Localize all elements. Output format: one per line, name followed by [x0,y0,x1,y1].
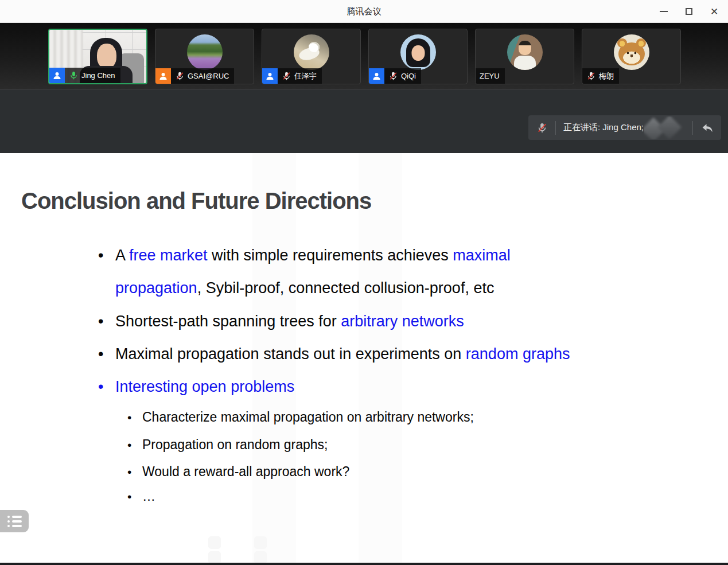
bullet-dot: • [127,411,142,424]
participant-list-toggle-button[interactable] [0,510,29,532]
tencent-meeting-window: 腾讯会议 ✕ [0,0,728,565]
participant-name: GSAI@RUC [188,72,229,80]
bullet-dot: • [98,378,115,396]
window-title: 腾讯会议 [0,0,728,23]
divider [692,121,693,135]
minimize-button[interactable] [651,0,676,23]
bullet-line: •Maximal propagation stands out in exper… [98,345,570,363]
speaking-status-pill: 正在讲话: Jing Chen; [528,115,721,140]
mic-on-icon [69,71,79,80]
bullet-dot: • [98,247,115,264]
person-badge-icon [49,68,65,83]
mic-muted-icon[interactable] [536,122,548,134]
participant-tile-zeyu[interactable]: ZEYU [475,29,574,84]
tile-label-row: 任泽宇 [262,68,322,84]
tile-label-row: ZEYU [476,68,505,84]
bullet-text-highlight: propagation [115,279,197,297]
stage-background: 正在讲话: Jing Chen; [0,89,728,153]
mic-muted-icon [282,71,291,81]
tile-label-row: QiQi [369,68,421,84]
participant-tile-gsai-ruc[interactable]: GSAI@RUC [155,29,254,84]
blurred-watermark [644,116,685,139]
bullet-line: •Shortest-path spanning trees for arbitr… [98,313,464,330]
bottom-edge-bar [0,563,728,565]
sub-bullet-text: Propagation on random graphs; [142,437,328,452]
participant-name: 任泽宇 [294,71,317,81]
faint-watermark-chip [254,551,267,563]
bullet-dot: • [127,438,142,452]
reply-arrow-icon[interactable] [700,121,714,135]
bullet-text-highlight: random graphs [466,345,570,363]
maximize-icon [686,8,692,15]
list-icon [7,516,22,527]
avatar [187,34,223,70]
mic-muted-icon [586,71,596,81]
participant-tile-meilang[interactable]: 梅朗 [582,29,681,84]
bullet-dot: • [127,490,142,504]
bullet-text: Shortest-path spanning trees for [115,313,341,330]
slide-title: Conclusion and Future Directions [21,188,371,214]
participant-name: 梅朗 [599,71,614,81]
bullet-text: , Sybil-proof, connected collusion-proof… [197,279,495,297]
participant-tile-jing-chen[interactable]: Jing Chen [48,29,147,84]
window-controls: ✕ [651,0,727,23]
bullet-text: with simple requirements achieves [208,247,453,264]
video-person-face [97,44,116,69]
faint-watermark-chip [254,536,267,549]
sub-bullet-text: Would a reward-all approach work? [142,464,349,479]
bullet-text: A [115,247,129,264]
sub-bullet-line: •Would a reward-all approach work? [127,464,349,480]
maximize-button[interactable] [676,0,702,23]
avatar [507,34,543,70]
bullet-text: Maximal propagation stands out in experi… [115,345,466,363]
participant-name: ZEYU [480,72,500,80]
sub-bullet-line: •… [127,489,155,504]
titlebar: 腾讯会议 ✕ [0,0,728,23]
avatar [294,34,329,70]
divider [555,121,556,135]
sub-bullet-text: … [142,489,155,504]
bullet-dot: • [98,345,115,363]
bullet-line: •Interesting open problems [98,378,294,396]
faint-watermark-chip [208,536,221,549]
bullet-line: •A free market with simple requirements … [98,247,511,264]
tile-label-row: GSAI@RUC [155,68,234,84]
bullet-dot: • [98,313,115,330]
sub-bullet-line: •Characterize maximal propagation on arb… [127,410,474,425]
participant-tile-qiqi[interactable]: QiQi [368,29,468,84]
participant-strip: Jing Chen GSAI@RUC [0,23,728,89]
bear-face [618,42,645,65]
tile-label-row: Jing Chen [49,68,120,83]
close-button[interactable]: ✕ [702,0,727,23]
participant-name: QiQi [401,72,416,80]
minimize-icon [660,11,668,12]
bullet-dot: • [127,465,142,479]
participant-name: Jing Chen [81,71,115,80]
bullet-text-highlight: Interesting open problems [115,378,294,395]
faint-watermark-chip [208,551,221,563]
avatar [614,34,649,70]
speaking-label: 正在讲话: Jing Chen; [563,122,644,133]
avatar [400,34,436,70]
person-badge-icon [369,68,384,84]
sub-bullet-text: Characterize maximal propagation on arbi… [142,410,474,424]
participant-tiles: Jing Chen GSAI@RUC [48,29,681,84]
tile-label-row: 梅朗 [582,68,619,84]
bullet-text-highlight: free market [129,247,208,264]
bullet-text-highlight: maximal [453,247,511,264]
bullet-text-highlight: arbitrary networks [341,313,464,330]
presentation-slide: Conclusion and Future Directions •A free… [0,153,728,563]
bullet-line-continuation: •propagation, Sybil-proof, connected col… [98,279,494,297]
participant-tile-renzeyu[interactable]: 任泽宇 [262,29,361,84]
person-badge-icon [155,68,171,84]
sub-bullet-line: •Propagation on random graphs; [127,437,328,453]
person-badge-icon [262,68,278,84]
mic-muted-icon [388,71,398,81]
mic-muted-icon [175,71,185,81]
close-icon: ✕ [710,6,718,18]
